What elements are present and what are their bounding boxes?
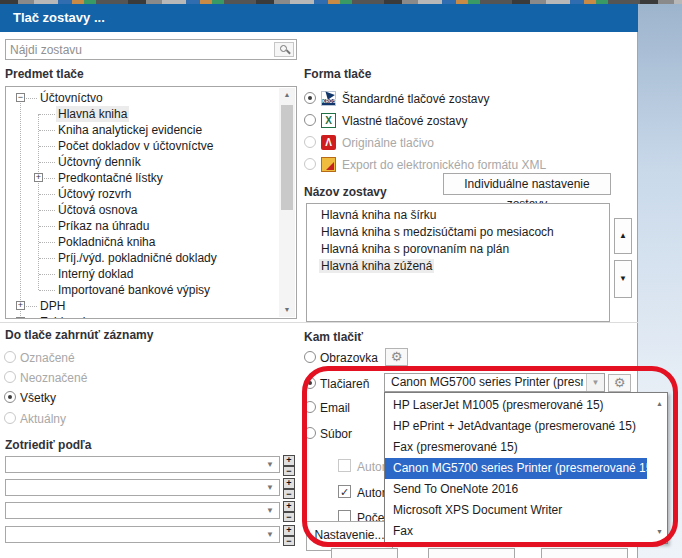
radio-neoznacene[interactable]	[4, 371, 16, 383]
zotriedit-header: Zotriediť podľa	[5, 438, 91, 452]
tree-item-label: Evidencia	[38, 314, 94, 319]
nazov-header: Názov zostavy	[304, 185, 387, 199]
expand-icon[interactable]: +	[16, 301, 25, 310]
scroll-up-icon[interactable]: ▲	[652, 397, 667, 411]
screen-settings-button[interactable]: ⚙	[385, 348, 408, 366]
tree-item[interactable]: +Predkontačné lístky	[6, 170, 278, 186]
excel-icon: X	[321, 113, 336, 128]
radio-vlastne[interactable]	[304, 114, 316, 126]
list-item-label: Hlavná kniha s medzisúčtami po mesiacoch	[319, 225, 556, 239]
list-item[interactable]: Hlavná kniha s porovnaním na plán	[307, 241, 609, 258]
dropdown-item[interactable]: Send To OneNote 2016	[385, 479, 647, 500]
section-divider	[0, 322, 638, 323]
dropdown-item[interactable]: Fax (presmerované 15)	[385, 437, 647, 458]
scroll-up-icon[interactable]: ▲	[279, 88, 295, 102]
radio-aktualny-label: Aktuálny	[20, 412, 66, 426]
sort-add-button-4[interactable]: +	[283, 525, 295, 536]
radio-subor[interactable]	[304, 427, 316, 439]
chevron-down-icon[interactable]: ▼	[586, 374, 604, 391]
kros-icon: KROS	[321, 91, 336, 106]
tree-item[interactable]: Príkaz na úhradu	[6, 218, 278, 234]
printer-settings-button[interactable]: ⚙	[608, 374, 631, 392]
sort-remove-button-1[interactable]: −	[283, 466, 295, 476]
radio-tlaciaren[interactable]	[304, 377, 316, 389]
tree-item[interactable]: Interný doklad	[6, 266, 278, 282]
tree-item[interactable]: Účtovný denník	[6, 154, 278, 170]
sort-remove-button-2[interactable]: −	[283, 489, 295, 499]
radio-originalne[interactable]	[304, 136, 316, 148]
tree-item-label: Importované bankové výpisy	[56, 282, 212, 298]
list-item[interactable]: Hlavná kniha na šírku	[307, 207, 609, 224]
dropdown-item[interactable]: HP ePrint + JetAdvantage (presmerované 1…	[385, 416, 647, 437]
bottom-button-clipped[interactable]	[331, 548, 398, 558]
tree-item[interactable]: Kniha analytickej evidencie	[6, 122, 278, 138]
sort-combo-4[interactable]: ▼	[5, 526, 280, 543]
checkbox-automaticky-1[interactable]	[338, 459, 351, 472]
nastavenie-button[interactable]: Nastavenie...	[306, 521, 393, 551]
dropdown-item[interactable]: Fax	[385, 521, 647, 542]
sort-combo-2[interactable]: ▼	[5, 479, 280, 496]
printer-combo-value: Canon MG5700 series Printer (presme...	[391, 374, 583, 391]
tree-scrollbar[interactable]: ▲ ▼	[279, 88, 295, 317]
tree-item-hlavna-kniha[interactable]: Hlavná kniha	[6, 106, 278, 122]
tree-item-label: Účtová osnova	[56, 202, 139, 218]
chevron-down-icon: ▼	[266, 483, 274, 492]
tree-item-dph[interactable]: +DPH	[6, 298, 278, 314]
move-down-button[interactable]: ▼	[614, 260, 632, 298]
gear-icon: ⚙	[391, 349, 403, 364]
radio-email[interactable]	[304, 401, 316, 413]
expand-icon[interactable]: +	[16, 317, 25, 319]
bottom-button-clipped[interactable]	[428, 548, 515, 558]
dropdown-item[interactable]: HP LaserJet M1005 (presmerované 15)	[385, 395, 647, 416]
screen: Tlač zostavy ... Predmet tlače −Účtovníc…	[0, 0, 682, 558]
sort-remove-button-3[interactable]: −	[283, 512, 295, 522]
down-arrow-icon: ▼	[619, 274, 627, 283]
printer-combo[interactable]: Canon MG5700 series Printer (presme... ▼	[384, 373, 605, 392]
tree-item[interactable]: Počet dokladov v účtovníctve	[6, 138, 278, 154]
list-item[interactable]: Hlavná kniha s medzisúčtami po mesiacoch	[307, 224, 609, 241]
tree-item[interactable]: Príj./výd. pokladničné doklady	[6, 250, 278, 266]
expand-icon[interactable]: +	[34, 173, 43, 182]
scroll-down-icon[interactable]: ▼	[279, 303, 295, 317]
scrollbar-thumb[interactable]	[281, 105, 293, 210]
sort-add-button-1[interactable]: +	[283, 455, 295, 466]
scroll-down-icon[interactable]: ▼	[652, 525, 667, 539]
checkbox-automaticky-2[interactable]: ✓	[338, 485, 351, 498]
radio-aktualny[interactable]	[4, 412, 16, 424]
gear-icon: ⚙	[614, 375, 626, 390]
radio-obrazovka[interactable]	[304, 351, 316, 363]
bottom-button-clipped[interactable]	[541, 548, 628, 558]
dropdown-item-selected[interactable]: Canon MG5700 series Printer (presmerovan…	[385, 458, 647, 479]
list-item-label: Hlavná kniha zúžená	[319, 259, 434, 273]
move-up-button[interactable]: ▲	[614, 218, 632, 254]
xml-icon	[321, 157, 336, 172]
collapse-icon[interactable]: −	[16, 93, 25, 102]
dropdown-scrollbar[interactable]: ▲ ▼	[652, 393, 667, 543]
search-input[interactable]	[10, 41, 270, 58]
radio-standardne[interactable]	[304, 92, 316, 104]
dropdown-item[interactable]: Microsoft XPS Document Writer	[385, 500, 647, 521]
list-item-selected[interactable]: Hlavná kniha zúžená	[307, 258, 609, 275]
sort-combo-3[interactable]: ▼	[5, 502, 280, 519]
individual-settings-button[interactable]: Individuálne nastavenie zostavy	[443, 173, 611, 195]
tree-item[interactable]: Účtová osnova	[6, 202, 278, 218]
radio-vsetky[interactable]	[4, 391, 16, 403]
tree-item[interactable]: Importované bankové výpisy	[6, 282, 278, 298]
radio-export-xml[interactable]	[304, 158, 316, 170]
radio-export-xml-label: Export do elektronického formátu XML	[342, 158, 546, 172]
sort-remove-button-4[interactable]: −	[283, 536, 295, 546]
tree-item-evidencia[interactable]: +Evidencia	[6, 314, 278, 319]
radio-oznacene[interactable]	[4, 351, 16, 363]
tree-item-label: Účtový rozvrh	[56, 186, 133, 202]
tree-item-label: Pokladničná kniha	[56, 234, 157, 250]
tree-item-label: Hlavná kniha	[56, 106, 129, 122]
tree-item-uctovnictvo[interactable]: −Účtovníctvo	[6, 90, 278, 106]
sort-add-button-3[interactable]: +	[283, 501, 295, 512]
radio-neoznacene-label: Neoznačené	[20, 371, 87, 385]
search-icon	[280, 45, 287, 52]
search-button[interactable]	[274, 42, 294, 57]
tree-item[interactable]: Pokladničná kniha	[6, 234, 278, 250]
tree-item[interactable]: Účtový rozvrh	[6, 186, 278, 202]
sort-add-button-2[interactable]: +	[283, 478, 295, 489]
sort-combo-1[interactable]: ▼	[5, 456, 280, 473]
